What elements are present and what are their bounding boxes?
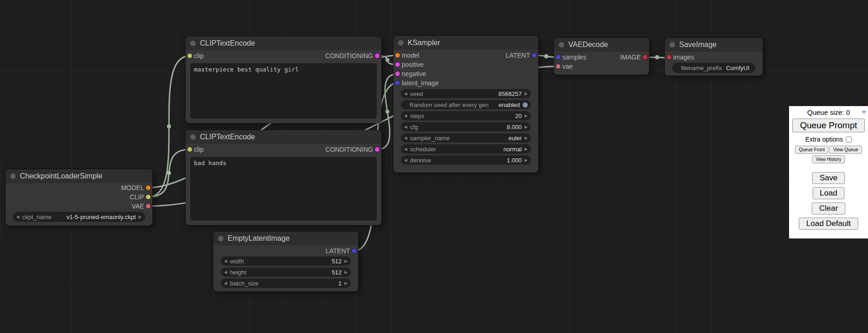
arrow-right-icon[interactable]: ▶ — [524, 147, 528, 151]
seed-widget[interactable]: ◀ seed 8566257 ▶ — [401, 89, 531, 98]
arrow-left-icon[interactable]: ◀ — [224, 259, 227, 263]
port-label: CLIP — [130, 193, 144, 201]
collapse-dot[interactable] — [669, 42, 675, 48]
widget-label: denoise — [410, 157, 431, 164]
load-default-button[interactable]: Load Default — [799, 218, 858, 230]
arrow-right-icon[interactable]: ▶ — [344, 281, 348, 285]
positive-prompt-textarea[interactable]: masterpiece best quality girl — [190, 63, 377, 119]
widget-value: enabled — [499, 101, 520, 108]
node-title: CheckpointLoaderSimple — [20, 172, 102, 180]
collapse-dot[interactable] — [559, 42, 564, 48]
clip-input-dot[interactable] — [187, 54, 192, 58]
arrow-right-icon[interactable]: ▶ — [524, 136, 528, 140]
node-saveimage[interactable]: SaveImage images filename_prefix ComfyUI — [665, 38, 763, 76]
node-cliptextencode-negative[interactable]: CLIPTextEncode clip CONDITIONING bad han… — [186, 130, 381, 225]
node-title-bar[interactable]: CLIPTextEncode — [186, 36, 381, 50]
steps-widget[interactable]: ◀ steps 20 ▶ — [401, 111, 531, 120]
arrow-right-icon[interactable]: ▶ — [524, 92, 528, 96]
conditioning-output-dot[interactable] — [375, 147, 380, 152]
arrow-right-icon[interactable]: ▶ — [524, 125, 528, 129]
node-emptylatentimage[interactable]: EmptyLatentImage LATENT ◀ width 512 ▶ ◀ … — [213, 232, 358, 291]
arrow-right-icon[interactable]: ▶ — [524, 158, 528, 162]
arrow-left-icon[interactable]: ◀ — [404, 125, 407, 129]
conditioning-output-dot[interactable] — [375, 54, 380, 58]
arrow-right-icon[interactable]: ▶ — [344, 259, 348, 263]
denoise-widget[interactable]: ◀ denoise 1.000 ▶ — [401, 155, 531, 165]
node-cliptextencode-positive[interactable]: CLIPTextEncode clip CONDITIONING masterp… — [186, 36, 381, 123]
view-queue-button[interactable]: View Queue — [829, 146, 862, 154]
vae-output-dot[interactable] — [146, 204, 151, 208]
queue-size-label: Queue size: 0 — [807, 108, 850, 116]
latent-image-input-dot[interactable] — [395, 81, 400, 85]
node-ksampler[interactable]: KSampler model positive negative latent_… — [393, 36, 538, 172]
settings-icon[interactable]: ✳ — [862, 109, 866, 115]
negative-prompt-textarea[interactable]: bad hands — [190, 157, 377, 220]
node-title-bar[interactable]: VAEDecode — [554, 38, 649, 52]
filename-prefix-widget[interactable]: filename_prefix ComfyUI — [672, 63, 755, 73]
node-title-bar[interactable]: SaveImage — [665, 38, 763, 52]
arrow-right-icon[interactable]: ▶ — [524, 114, 528, 118]
port-label: LATENT — [506, 52, 530, 59]
node-title-bar[interactable]: CheckpointLoaderSimple — [6, 169, 152, 183]
node-checkpointloadersimple[interactable]: CheckpointLoaderSimple MODEL CLIP VAE ◀ … — [6, 169, 152, 226]
node-title-bar[interactable]: KSampler — [393, 36, 538, 50]
negative-input-dot[interactable] — [395, 71, 400, 76]
collapse-dot[interactable] — [10, 173, 16, 179]
cfg-widget[interactable]: ◀ cfg 8.000 ▶ — [401, 122, 531, 131]
model-output-dot[interactable] — [146, 185, 151, 190]
sampler-name-widget[interactable]: ◀ sampler_name euler ▶ — [401, 133, 531, 143]
view-history-button[interactable]: View History — [812, 155, 845, 163]
clip-input-dot[interactable] — [187, 147, 192, 152]
collapse-dot[interactable] — [398, 40, 404, 46]
arrow-right-icon[interactable]: ▶ — [344, 270, 348, 274]
collapse-dot[interactable] — [190, 134, 196, 140]
toggle-dot[interactable] — [523, 102, 528, 107]
width-widget[interactable]: ◀ width 512 ▶ — [221, 256, 351, 266]
comfy-menu-panel: Queue size: 0 ✳ Queue Prompt Extra optio… — [789, 106, 868, 238]
node-vaedecode[interactable]: VAEDecode samples vae IMAGE — [554, 38, 649, 75]
port-label: CONDITIONING — [326, 52, 373, 59]
latent-output-dot[interactable] — [352, 249, 356, 253]
arrow-left-icon[interactable]: ◀ — [224, 281, 227, 285]
clear-button[interactable]: Clear — [812, 202, 845, 214]
arrow-left-icon[interactable]: ◀ — [404, 92, 407, 96]
link-midpoint-dot — [386, 110, 390, 114]
arrow-left-icon[interactable]: ◀ — [16, 215, 19, 219]
arrow-right-icon[interactable]: ▶ — [139, 215, 142, 219]
arrow-left-icon[interactable]: ◀ — [404, 114, 407, 118]
queue-front-button[interactable]: Queue Front — [795, 146, 828, 154]
node-title-bar[interactable]: CLIPTextEncode — [186, 130, 381, 144]
height-widget[interactable]: ◀ height 512 ▶ — [221, 268, 351, 277]
node-title: EmptyLatentImage — [228, 234, 289, 243]
image-output-dot[interactable] — [643, 55, 647, 59]
vae-input-dot[interactable] — [556, 64, 561, 69]
batch-size-widget[interactable]: ◀ batch_size 1 ▶ — [221, 279, 351, 288]
conditioning-output: CONDITIONING — [326, 51, 373, 60]
clip-output-dot[interactable] — [146, 195, 151, 199]
images-input-dot[interactable] — [667, 55, 671, 59]
node-title-bar[interactable]: EmptyLatentImage — [213, 232, 358, 245]
conditioning-output: CONDITIONING — [326, 145, 373, 154]
arrow-left-icon[interactable]: ◀ — [224, 270, 227, 274]
arrow-left-icon[interactable]: ◀ — [404, 158, 407, 162]
load-button[interactable]: Load — [813, 187, 845, 199]
positive-input-dot[interactable] — [395, 62, 400, 67]
node-title: VAEDecode — [568, 41, 608, 49]
model-input-dot[interactable] — [395, 53, 400, 58]
arrow-left-icon[interactable]: ◀ — [404, 147, 407, 151]
ckpt-name-widget[interactable]: ◀ ckpt_name v1-5-pruned-emaonly.ckpt ▶ — [13, 212, 145, 222]
extra-options-checkbox[interactable] — [846, 137, 852, 143]
collapse-dot[interactable] — [218, 236, 223, 241]
queue-prompt-button[interactable]: Queue Prompt — [792, 119, 865, 132]
save-button[interactable]: Save — [812, 172, 845, 184]
latent-output-dot[interactable] — [532, 53, 536, 58]
samples-input-dot[interactable] — [556, 55, 561, 59]
collapse-dot[interactable] — [190, 41, 196, 46]
samples-input: samples — [562, 53, 586, 62]
port-label: positive — [402, 61, 423, 68]
random-seed-widget[interactable]: Random seed after every gen enabled — [401, 100, 531, 109]
link-clip-positive — [148, 56, 190, 197]
arrow-left-icon[interactable]: ◀ — [404, 136, 407, 140]
scheduler-widget[interactable]: ◀ scheduler normal ▶ — [401, 144, 531, 154]
graph-canvas[interactable]: CheckpointLoaderSimple MODEL CLIP VAE ◀ … — [0, 0, 868, 333]
